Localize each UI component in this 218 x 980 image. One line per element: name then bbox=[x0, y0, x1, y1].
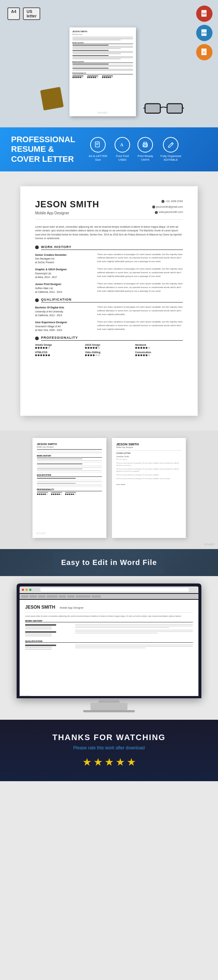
monitor-address-bar bbox=[40, 588, 189, 592]
top-showcase-section: A4 USletter PDF WORD AI bbox=[0, 0, 218, 127]
format-badges: A4 USletter bbox=[7, 7, 211, 20]
monitor-left bbox=[25, 624, 70, 637]
professionality-icon bbox=[35, 337, 39, 340]
edit-banner-title: Easy to Edit in Word File bbox=[9, 558, 209, 567]
work-item-1: Senior Creative Develoter Dev Managam.In… bbox=[35, 253, 183, 265]
font-icon: A bbox=[115, 137, 130, 153]
dot-1 bbox=[35, 347, 37, 349]
monitor-base bbox=[90, 703, 128, 710]
resume-objective: Lorem ipsum dolor sit amet, consectetur … bbox=[35, 225, 183, 241]
feature-size: A4 & LETTERSize bbox=[88, 137, 107, 161]
size-label: A4 & LETTERSize bbox=[88, 154, 107, 161]
monitor-top-bar bbox=[20, 587, 198, 593]
skill-video: Video Editing bbox=[85, 351, 133, 356]
toolbar-item-3 bbox=[38, 595, 46, 598]
feature-font: A Free FontUSED bbox=[115, 137, 130, 161]
resume-job-title: Mobile App Designer bbox=[35, 211, 100, 215]
email-item: jasonsmith@gmail.com bbox=[152, 205, 183, 210]
skill-vendor: Vendor Design bbox=[35, 344, 83, 349]
stars-row: ★ ★ ★ ★ ★ bbox=[7, 756, 211, 768]
two-previews-section: JESON SMITH Mobile App Designer WORK HIS… bbox=[0, 431, 218, 549]
toolbar-item-7 bbox=[76, 595, 90, 598]
website-item: www.jasonsmith.com bbox=[152, 210, 183, 215]
toolbar-item-6 bbox=[67, 595, 75, 598]
dot-5 bbox=[46, 347, 47, 349]
work-history-icon bbox=[35, 245, 39, 249]
work-item-2: Graphic & UI/UX Designer Drammoph Ltd. a… bbox=[35, 267, 183, 279]
monitor-qual-left bbox=[25, 644, 70, 651]
svg-rect-18 bbox=[144, 142, 147, 144]
feature-list: A4 & LETTERSize A Free FontUSED Print Re… bbox=[88, 137, 181, 161]
edit-icon bbox=[163, 137, 179, 153]
monitor-resume-header: JESON SMITH Mobile App Designer bbox=[25, 603, 193, 610]
edit-label: Fully OrganizedEDITABLE bbox=[160, 154, 181, 161]
feature-edit: Fully OrganizedEDITABLE bbox=[160, 137, 181, 161]
cover-signature: Jeson Smith bbox=[116, 484, 182, 485]
cover-letter-preview: JESON SMITH Mobile App Designer COVER LE… bbox=[112, 438, 186, 538]
svg-rect-19 bbox=[144, 145, 147, 147]
monitor-qual-right bbox=[75, 644, 193, 651]
professionality-header: PROFESSIONALITY bbox=[35, 336, 183, 340]
feature-banner: PROFESSIONALRESUME &COVER LETTER A4 & LE… bbox=[0, 127, 218, 172]
small-resume-title: Mobile App Designer bbox=[37, 446, 102, 448]
thanks-title: THANKS FOR WATCHING bbox=[7, 733, 211, 742]
a4-badge: A4 bbox=[7, 7, 20, 20]
svg-text:A: A bbox=[120, 142, 123, 147]
svg-line-21 bbox=[171, 143, 172, 145]
qualification-title: QUALIFICATION bbox=[41, 298, 183, 302]
website-icon bbox=[155, 211, 158, 214]
feature-print: Print ReadyCMYK bbox=[137, 137, 153, 161]
resume-header: JESON SMITH Mobile App Designer +01 3456… bbox=[35, 199, 183, 220]
monitor-close-dot bbox=[22, 589, 24, 591]
monitor-stand bbox=[98, 698, 120, 703]
pdf-icon[interactable]: PDF bbox=[196, 6, 212, 22]
monitor-wrapper: JESON SMITH Mobile App Designer Lorem ip… bbox=[17, 584, 201, 712]
thanks-section: THANKS FOR WATCHING Please rate this wor… bbox=[0, 720, 218, 781]
svg-point-20 bbox=[146, 145, 147, 145]
resume-contact: +01 3456 8783 jasonsmith@gmail.com www.j… bbox=[152, 199, 183, 215]
star-3: ★ bbox=[104, 756, 114, 768]
phone-item: +01 3456 8783 bbox=[152, 199, 183, 204]
glasses-decoration bbox=[143, 100, 177, 113]
cover-letter-heading: COVER LETTER bbox=[116, 452, 182, 454]
work-item-3: Junior Print Designer Soffren Main Ltd. … bbox=[35, 282, 183, 294]
email-icon bbox=[152, 205, 155, 208]
professionality-title: PROFESSIONALITY bbox=[41, 336, 183, 340]
skill-uiux: UI/UX Design bbox=[85, 344, 133, 349]
resume-name-block: JESON SMITH Mobile App Designer bbox=[35, 199, 100, 215]
qualification-header: QUALIFICATION bbox=[35, 298, 183, 302]
size-icon bbox=[90, 137, 106, 153]
monitor-qual-block bbox=[25, 644, 193, 651]
cover-title: Mobile App Designer bbox=[116, 446, 182, 449]
toolbar-item-2 bbox=[30, 595, 37, 598]
edit-banner-section: Easy to Edit in Word File bbox=[0, 549, 218, 576]
thanks-subtitle: Please rate this work after download bbox=[7, 745, 211, 751]
star-1: ★ bbox=[82, 756, 92, 768]
monitor-work-section: WORK HISTORY bbox=[25, 620, 193, 622]
star-4: ★ bbox=[116, 756, 125, 768]
monitor-minimize-dot bbox=[25, 589, 28, 591]
monitor-screen: JESON SMITH Mobile App Designer Lorem ip… bbox=[17, 584, 201, 698]
banner-title: PROFESSIONALRESUME &COVER LETTER bbox=[11, 135, 77, 164]
large-resume-section: JESON SMITH Mobile App Designer +01 3456… bbox=[0, 172, 218, 431]
skills-grid: Vendor Design UI/UX Design bbox=[35, 344, 183, 356]
dot-4 bbox=[43, 347, 45, 349]
monitor-work-block bbox=[25, 624, 193, 637]
qualification-icon bbox=[35, 298, 39, 302]
resume-name: JESON SMITH bbox=[35, 199, 100, 210]
toolbar-item-8 bbox=[92, 595, 101, 598]
small-resume-preview: JESON SMITH Mobile App Designer WORK HIS… bbox=[33, 438, 106, 538]
skill-hardwork: Hardwork bbox=[135, 344, 183, 349]
monitor-foot bbox=[83, 710, 135, 712]
monitor-divider-1 bbox=[25, 612, 193, 613]
dot-3 bbox=[40, 347, 42, 349]
monitor-section: JESON SMITH Mobile App Designer Lorem ip… bbox=[0, 576, 218, 720]
small-work-header: WORK HISTORY bbox=[37, 455, 102, 458]
svg-text:PDF: PDF bbox=[202, 13, 207, 15]
monitor-toolbar bbox=[20, 594, 198, 599]
star-2: ★ bbox=[93, 756, 103, 768]
print-label: Print ReadyCMYK bbox=[137, 154, 153, 161]
toolbar-item-5 bbox=[59, 595, 66, 598]
dot-2 bbox=[38, 347, 39, 349]
stamp-decoration bbox=[42, 89, 62, 116]
